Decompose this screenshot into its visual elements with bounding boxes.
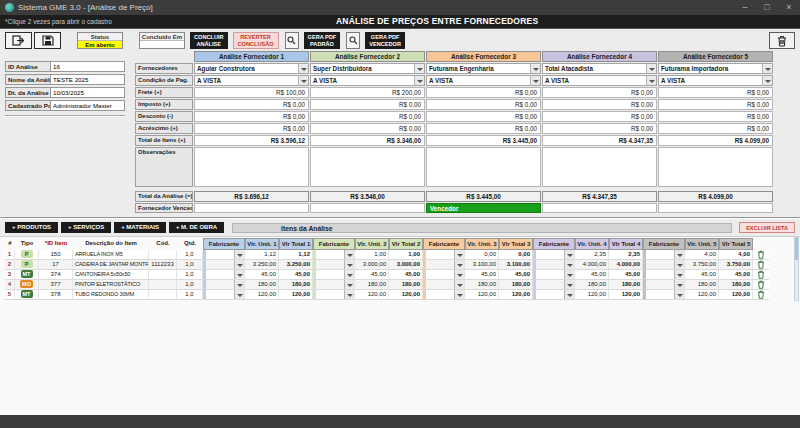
item-1-delete-button[interactable] [753, 250, 769, 260]
supplier-5-observacoes-field[interactable] [658, 147, 773, 187]
item-2-vlr-unit-1[interactable]: 3.250,00 [245, 260, 279, 270]
item-5-vlr-unit-1[interactable]: 120,00 [245, 290, 279, 300]
nome-analise-field[interactable]: TESTE 2025 [51, 74, 125, 85]
add-materiais-button[interactable]: + MATERIAIS [114, 222, 166, 233]
chevron-down-icon[interactable] [234, 280, 244, 289]
supplier-2-payment-select[interactable]: A VISTA [310, 75, 425, 86]
add-mao-de-obra-button[interactable]: + M. DE OBRA [169, 222, 224, 233]
supplier-1-observacoes-field[interactable] [194, 147, 309, 187]
item-2-delete-button[interactable] [753, 260, 769, 270]
item-5-fabricante-1-select[interactable] [203, 290, 245, 300]
supplier-2-acrescimo-field[interactable]: R$ 0,00 [310, 123, 425, 134]
supplier-3-acrescimo-field[interactable]: R$ 0,00 [426, 123, 541, 134]
chevron-down-icon[interactable] [234, 290, 244, 299]
item-4-qtd[interactable]: 1,0 [177, 280, 203, 290]
supplier-3-imposto-field[interactable]: R$ 0,00 [426, 99, 541, 110]
item-3-fabricante-5-select[interactable] [643, 270, 685, 280]
item-2-vlr-unit-4[interactable]: 4.000,00 [575, 260, 609, 270]
supplier-1-name-select[interactable]: Aguiar Construtora [194, 63, 309, 74]
supplier-2-desconto-field[interactable]: R$ 0,00 [310, 111, 425, 122]
chevron-down-icon[interactable] [234, 260, 244, 269]
item-5-fabricante-3-select[interactable] [423, 290, 465, 300]
supplier-2-name-select[interactable]: Super Distribuidora [310, 63, 425, 74]
supplier-3-name-select[interactable]: Futurama Engenharia [426, 63, 541, 74]
item-1-fabricante-2-select[interactable] [313, 250, 355, 260]
supplier-4-frete-field[interactable]: R$ 0,00 [542, 87, 657, 98]
chevron-down-icon[interactable] [454, 250, 464, 259]
chevron-down-icon[interactable] [234, 250, 244, 259]
chevron-down-icon[interactable] [414, 64, 424, 73]
excluir-lista-button[interactable]: EXCLUIR LISTA [739, 222, 795, 233]
supplier-4-imposto-field[interactable]: R$ 0,00 [542, 99, 657, 110]
item-1-qtd[interactable]: 1,0 [177, 250, 203, 260]
supplier-5-name-select[interactable]: Futurama Importadora [658, 63, 773, 74]
supplier-5-acrescimo-field[interactable]: R$ 0,00 [658, 123, 773, 134]
supplier-1-frete-field[interactable]: R$ 100,00 [194, 87, 309, 98]
supplier-3-frete-field[interactable]: R$ 0,00 [426, 87, 541, 98]
supplier-2-observacoes-field[interactable] [310, 147, 425, 187]
item-4-fabricante-2-select[interactable] [313, 280, 355, 290]
chevron-down-icon[interactable] [674, 270, 684, 279]
chevron-down-icon[interactable] [454, 270, 464, 279]
item-4-vlr-unit-3[interactable]: 180,00 [465, 280, 499, 290]
item-3-fabricante-2-select[interactable] [313, 270, 355, 280]
item-5-fabricante-2-select[interactable] [313, 290, 355, 300]
chevron-down-icon[interactable] [344, 290, 354, 299]
item-3-vlr-unit-4[interactable]: 45,00 [575, 270, 609, 280]
item-3-vlr-unit-1[interactable]: 45,00 [245, 270, 279, 280]
chevron-down-icon[interactable] [564, 250, 574, 259]
item-1-vlr-unit-5[interactable]: 4,00 [685, 250, 719, 260]
item-1-vlr-unit-3[interactable]: 0,00 [465, 250, 499, 260]
supplier-5-frete-field[interactable]: R$ 0,00 [658, 87, 773, 98]
chevron-down-icon[interactable] [530, 64, 540, 73]
item-3-vlr-unit-2[interactable]: 45,00 [355, 270, 389, 280]
chevron-down-icon[interactable] [454, 290, 464, 299]
item-5-fabricante-5-select[interactable] [643, 290, 685, 300]
supplier-2-frete-field[interactable]: R$ 200,00 [310, 87, 425, 98]
supplier-3-observacoes-field[interactable] [426, 147, 541, 187]
item-2-qtd[interactable]: 1,0 [177, 260, 203, 270]
item-5-qtd[interactable]: 1,0 [177, 290, 203, 300]
item-5-vlr-unit-5[interactable]: 120,00 [685, 290, 719, 300]
item-1-vlr-unit-1[interactable]: 1,12 [245, 250, 279, 260]
item-1-fabricante-1-select[interactable] [203, 250, 245, 260]
supplier-5-payment-select[interactable]: A VISTA [658, 75, 773, 86]
item-3-qtd[interactable]: 1,0 [177, 270, 203, 280]
supplier-1-imposto-field[interactable]: R$ 0,00 [194, 99, 309, 110]
item-5-vlr-unit-4[interactable]: 120,00 [575, 290, 609, 300]
item-4-vlr-unit-2[interactable]: 180,00 [355, 280, 389, 290]
preview-pdf-vencedor-button[interactable] [346, 32, 360, 49]
chevron-down-icon[interactable] [674, 260, 684, 269]
item-1-vlr-unit-4[interactable]: 2,35 [575, 250, 609, 260]
supplier-4-observacoes-field[interactable] [542, 147, 657, 187]
scrollbar-thumb[interactable] [795, 238, 798, 260]
chevron-down-icon[interactable] [344, 250, 354, 259]
chevron-down-icon[interactable] [674, 280, 684, 289]
close-button[interactable]: × [778, 0, 800, 15]
chevron-down-icon[interactable] [344, 270, 354, 279]
id-analise-field[interactable]: 16 [51, 61, 125, 72]
item-3-fabricante-4-select[interactable] [533, 270, 575, 280]
chevron-down-icon[interactable] [414, 76, 424, 85]
chevron-down-icon[interactable] [564, 290, 574, 299]
chevron-down-icon[interactable] [298, 64, 308, 73]
chevron-down-icon[interactable] [344, 260, 354, 269]
item-5-delete-button[interactable] [753, 290, 769, 300]
item-4-fabricante-5-select[interactable] [643, 280, 685, 290]
chevron-down-icon[interactable] [454, 280, 464, 289]
item-2-vlr-unit-2[interactable]: 3.000,00 [355, 260, 389, 270]
item-2-fabricante-2-select[interactable] [313, 260, 355, 270]
item-4-fabricante-4-select[interactable] [533, 280, 575, 290]
chevron-down-icon[interactable] [564, 280, 574, 289]
supplier-4-name-select[interactable]: Total Atacadista [542, 63, 657, 74]
item-1-vlr-unit-2[interactable]: 1,00 [355, 250, 389, 260]
chevron-down-icon[interactable] [646, 64, 656, 73]
supplier-4-desconto-field[interactable]: R$ 0,00 [542, 111, 657, 122]
supplier-4-payment-select[interactable]: A VISTA [542, 75, 657, 86]
save-button[interactable] [34, 32, 61, 49]
item-1-fabricante-3-select[interactable] [423, 250, 465, 260]
supplier-3-desconto-field[interactable]: R$ 0,00 [426, 111, 541, 122]
chevron-down-icon[interactable] [454, 260, 464, 269]
gera-pdf-padrao-button[interactable]: GERA PDF PADRÃO [304, 32, 341, 49]
chevron-down-icon[interactable] [564, 260, 574, 269]
